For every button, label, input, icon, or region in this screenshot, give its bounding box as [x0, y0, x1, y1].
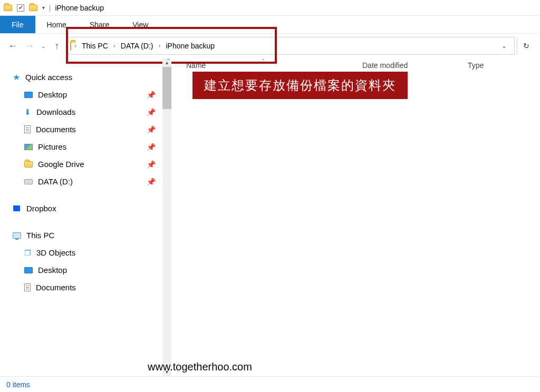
- nav-label: Documents: [36, 283, 76, 292]
- window-folder-icon: [3, 3, 13, 13]
- column-headers: Name ⌃ Date modified Type: [171, 58, 540, 73]
- column-label: Name: [186, 61, 206, 70]
- document-icon: [24, 283, 31, 291]
- ribbon-tabs: File Home Share View: [0, 16, 540, 34]
- address-dropdown-icon[interactable]: ⌄: [497, 42, 511, 50]
- downloads-icon: ⬇: [24, 107, 31, 117]
- document-icon: [24, 125, 31, 133]
- nav-3d-objects[interactable]: ❒ 3D Objects: [0, 244, 171, 261]
- nav-label: Quick access: [25, 73, 72, 82]
- title-separator: |: [49, 4, 51, 12]
- tab-home[interactable]: Home: [35, 16, 78, 33]
- chevron-right-icon[interactable]: ›: [112, 42, 117, 50]
- tab-view[interactable]: View: [121, 16, 160, 33]
- pin-icon: 📌: [147, 160, 156, 169]
- nav-label: Dropbox: [26, 204, 56, 213]
- up-button[interactable]: ↑: [50, 38, 64, 53]
- pin-icon: 📌: [147, 108, 156, 116]
- quick-access-icon: ★: [13, 72, 20, 82]
- nav-label: DATA (D:): [38, 177, 73, 186]
- tab-share[interactable]: Share: [78, 16, 121, 33]
- qat-customize-icon[interactable]: ▾: [42, 5, 45, 11]
- pc-icon: [13, 232, 21, 239]
- pin-icon: 📌: [147, 125, 156, 134]
- main-split: ▴ ▾ ★ Quick access Desktop 📌 ⬇ Downloads…: [0, 58, 540, 376]
- cube-icon: ❒: [24, 249, 31, 257]
- breadcrumb-folder[interactable]: iPhone backup: [164, 41, 217, 51]
- breadcrumb-this-pc[interactable]: This PC: [80, 41, 110, 51]
- file-list-pane: ⌃ Name ⌃ Date modified Type 建立想要存放備份檔案的資…: [171, 58, 540, 376]
- column-header-type[interactable]: Type: [461, 61, 540, 70]
- status-item-count: 0 items: [6, 380, 30, 389]
- nav-google-drive[interactable]: Google Drive 📌: [0, 155, 171, 173]
- nav-scrollbar-thumb[interactable]: [162, 67, 171, 109]
- navigation-pane: ▴ ▾ ★ Quick access Desktop 📌 ⬇ Downloads…: [0, 58, 171, 376]
- qat-new-folder-icon[interactable]: [28, 3, 38, 13]
- history-dropdown-icon[interactable]: ⌄: [39, 43, 47, 49]
- nav-downloads[interactable]: ⬇ Downloads 📌: [0, 103, 171, 121]
- column-header-date[interactable]: Date modified: [356, 61, 461, 70]
- title-bar: ✔ ▾ | iPhone backup: [0, 0, 540, 16]
- nav-label: Pictures: [38, 142, 66, 151]
- column-header-name[interactable]: Name ⌃: [171, 61, 356, 70]
- chevron-right-icon[interactable]: ›: [158, 42, 162, 50]
- chevron-right-icon[interactable]: ›: [73, 42, 78, 50]
- folder-icon: [24, 161, 33, 168]
- annotation-callout: 建立想要存放備份檔案的資料夾: [192, 72, 408, 99]
- dropbox-icon: ⯀: [13, 204, 21, 213]
- nav-pc-desktop[interactable]: Desktop: [0, 261, 171, 279]
- pin-icon: 📌: [147, 178, 156, 186]
- pin-icon: 📌: [147, 91, 156, 99]
- splitter-handle-icon[interactable]: ⌃: [166, 58, 170, 64]
- address-folder-icon: [70, 42, 71, 50]
- address-bar[interactable]: › This PC › DATA (D:) › iPhone backup ⌄: [66, 37, 515, 55]
- nav-label: Desktop: [38, 266, 67, 275]
- back-button[interactable]: ←: [5, 38, 20, 53]
- navigation-row: ← → ⌄ ↑ › This PC › DATA (D:) › iPhone b…: [0, 34, 540, 58]
- nav-label: Documents: [36, 125, 76, 134]
- nav-label: Downloads: [36, 107, 75, 116]
- desktop-icon: [24, 267, 33, 273]
- status-bar: 0 items: [0, 376, 540, 392]
- drive-icon: [24, 179, 33, 184]
- sort-indicator-icon: ⌃: [261, 58, 265, 64]
- nav-label: This PC: [26, 231, 54, 240]
- nav-documents[interactable]: Documents 📌: [0, 121, 171, 138]
- nav-data-drive[interactable]: DATA (D:) 📌: [0, 173, 171, 190]
- desktop-icon: [24, 92, 33, 98]
- nav-label: 3D Objects: [36, 248, 75, 257]
- nav-quick-access[interactable]: ★ Quick access: [0, 68, 171, 86]
- forward-button[interactable]: →: [22, 38, 37, 53]
- pin-icon: 📌: [147, 143, 156, 151]
- nav-dropbox[interactable]: ⯀ Dropbox: [0, 200, 171, 217]
- pictures-icon: [24, 144, 33, 150]
- nav-desktop[interactable]: Desktop 📌: [0, 86, 171, 103]
- nav-label: Google Drive: [38, 160, 84, 169]
- nav-pc-documents[interactable]: Documents: [0, 279, 171, 296]
- refresh-button[interactable]: ↻: [517, 37, 535, 55]
- nav-label: Desktop: [38, 90, 67, 99]
- breadcrumb-drive[interactable]: DATA (D:): [119, 41, 156, 51]
- tab-file[interactable]: File: [0, 16, 35, 33]
- nav-this-pc[interactable]: This PC: [0, 227, 171, 244]
- qat-properties-icon[interactable]: ✔: [16, 3, 25, 13]
- nav-pictures[interactable]: Pictures 📌: [0, 138, 171, 155]
- window-title: iPhone backup: [55, 4, 104, 12]
- watermark-text: www.togetherhoo.com: [148, 361, 252, 373]
